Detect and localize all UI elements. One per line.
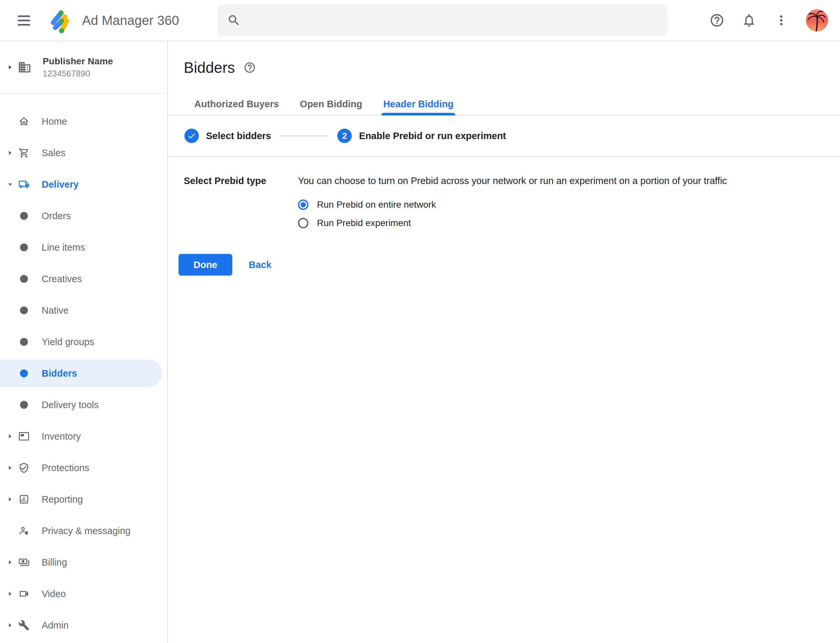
tab-bar: Authorized Buyers Open Bidding Header Bi… xyxy=(168,95,840,116)
prebid-type-radio-group: Run Prebid on entire network Run Prebid … xyxy=(298,196,727,232)
radio-option-entire-network[interactable]: Run Prebid on entire network xyxy=(298,196,727,214)
sidebar-item-video[interactable]: Video xyxy=(0,578,167,610)
sidebar-item-label: Sales xyxy=(42,148,65,158)
truck-icon xyxy=(18,179,29,190)
radio-option-experiment[interactable]: Run Prebid experiment xyxy=(298,214,727,232)
sidebar-item-billing[interactable]: Billing xyxy=(0,547,167,578)
title-help-icon[interactable] xyxy=(244,61,256,74)
sidebar-item-label: Video xyxy=(42,589,66,599)
sidebar-item-admin[interactable]: Admin xyxy=(0,610,167,641)
ad-manager-logo xyxy=(47,5,75,36)
sidebar-item-yield-groups[interactable]: Yield groups xyxy=(0,326,167,357)
radio-unselected-icon[interactable] xyxy=(298,218,309,228)
sidebar-item-label: Creatives xyxy=(42,274,82,284)
tab-header-bidding[interactable]: Header Bidding xyxy=(373,95,464,115)
sidebar-item-label: Orders xyxy=(42,211,71,222)
tab-open-bidding[interactable]: Open Bidding xyxy=(289,95,373,115)
expand-right-icon xyxy=(7,433,18,440)
publisher-selector[interactable]: Publisher Name 1234567890 xyxy=(0,41,167,94)
sidebar-item-line-items[interactable]: Line items xyxy=(0,232,167,263)
expand-right-icon xyxy=(7,150,18,156)
sidebar-item-label: Admin xyxy=(42,620,69,631)
payments-icon xyxy=(18,557,29,568)
help-icon[interactable] xyxy=(709,13,724,28)
expand-right-icon xyxy=(7,559,18,566)
sidebar-item-sales[interactable]: Sales xyxy=(0,137,167,169)
tab-authorized-buyers[interactable]: Authorized Buyers xyxy=(184,95,289,115)
notifications-icon[interactable] xyxy=(742,13,757,28)
inventory-icon xyxy=(18,431,29,442)
building-icon xyxy=(18,60,31,74)
sidebar-item-label: Billing xyxy=(42,557,67,568)
home-icon xyxy=(18,116,29,127)
bullet-icon xyxy=(18,273,29,284)
main-content: Bidders Authorized Buyers Open Bidding H… xyxy=(168,41,840,643)
expand-right-icon xyxy=(7,591,18,597)
bullet-icon xyxy=(18,399,29,410)
bullet-icon xyxy=(18,305,29,316)
menu-icon[interactable] xyxy=(18,13,31,28)
bar-chart-icon xyxy=(18,494,29,505)
sidebar-item-delivery-tools[interactable]: Delivery tools xyxy=(0,389,167,421)
sidebar: Publisher Name 1234567890 Home Sales xyxy=(0,41,168,643)
app-title: Ad Manager 360 xyxy=(82,13,179,28)
expand-down-icon xyxy=(7,181,18,188)
page-title: Bidders xyxy=(184,59,235,77)
sidebar-item-native[interactable]: Native xyxy=(0,295,167,326)
sidebar-item-inventory[interactable]: Inventory xyxy=(0,421,167,452)
sidebar-item-label: Protections xyxy=(42,463,89,473)
done-button[interactable]: Done xyxy=(178,254,232,276)
sidebar-item-orders[interactable]: Orders xyxy=(0,200,167,232)
shield-check-icon xyxy=(18,462,29,473)
step1-completed-check-icon[interactable] xyxy=(185,129,199,143)
sidebar-item-privacy-messaging[interactable]: Privacy & messaging xyxy=(0,515,167,547)
prebid-description: You can choose to turn on Prebid across … xyxy=(298,175,727,187)
bullet-icon xyxy=(18,242,29,253)
expand-right-icon xyxy=(7,64,17,70)
back-button[interactable]: Back xyxy=(245,259,275,270)
search-icon xyxy=(227,13,241,27)
sidebar-item-delivery[interactable]: Delivery xyxy=(0,169,167,200)
expand-right-icon xyxy=(7,465,18,471)
step1-label[interactable]: Select bidders xyxy=(206,131,271,141)
step2-number-badge[interactable]: 2 xyxy=(337,129,352,143)
sidebar-item-protections[interactable]: Protections xyxy=(0,452,167,483)
sidebar-item-label: Line items xyxy=(42,242,85,253)
search-input[interactable] xyxy=(241,5,667,36)
sidebar-item-label: Native xyxy=(42,305,69,316)
sidebar-item-label: Inventory xyxy=(42,431,81,442)
radio-option-label[interactable]: Run Prebid experiment xyxy=(317,218,411,228)
stepper: Select bidders 2 Enable Prebid or run ex… xyxy=(168,116,840,157)
publisher-name: Publisher Name xyxy=(42,56,113,67)
wrench-icon xyxy=(18,620,29,631)
step2-label[interactable]: Enable Prebid or run experiment xyxy=(359,131,506,141)
radio-option-label[interactable]: Run Prebid on entire network xyxy=(317,199,436,210)
topbar-actions xyxy=(709,9,828,31)
search-bar[interactable] xyxy=(217,5,667,36)
expand-right-icon xyxy=(7,622,18,628)
sidebar-item-home[interactable]: Home xyxy=(0,106,167,137)
bullet-icon xyxy=(18,210,29,222)
top-app-bar: Ad Manager 360 xyxy=(0,0,840,41)
video-camera-icon xyxy=(18,588,29,599)
sidebar-item-reporting[interactable]: Reporting xyxy=(0,483,167,515)
radio-selected-icon[interactable] xyxy=(298,199,309,210)
avatar[interactable] xyxy=(806,9,828,31)
more-vert-icon[interactable] xyxy=(774,13,789,28)
select-prebid-type-label: Select Prebid type xyxy=(184,175,298,232)
sidebar-item-label: Reporting xyxy=(42,494,83,505)
bullet-icon xyxy=(18,368,29,379)
sidebar-item-label: Bidders xyxy=(42,368,77,379)
sidebar-item-label: Home xyxy=(42,116,67,127)
sidebar-item-creatives[interactable]: Creatives xyxy=(0,263,167,295)
sidebar-item-label: Delivery xyxy=(42,179,79,190)
sidebar-item-label: Yield groups xyxy=(42,336,94,348)
sidebar-nav: Home Sales Delivery xyxy=(0,94,167,641)
publisher-id: 1234567890 xyxy=(42,69,113,79)
sidebar-item-label: Delivery tools xyxy=(42,400,99,410)
bullet-icon xyxy=(18,336,29,348)
expand-right-icon xyxy=(7,496,18,503)
step-connector xyxy=(279,135,329,137)
person-shield-icon xyxy=(18,525,29,536)
sidebar-item-bidders[interactable]: Bidders xyxy=(0,357,167,389)
